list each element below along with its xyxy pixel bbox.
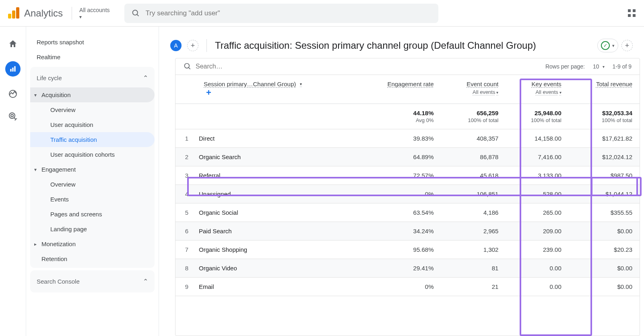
row-total-revenue: $355.55 [569, 203, 640, 222]
advertising-icon[interactable] [8, 111, 18, 122]
sidebar-item-traffic-acquisition[interactable]: Traffic acquisition [30, 132, 155, 147]
table-toolbar: Rows per page: 10 ▾ 1-9 of 9 [175, 58, 640, 75]
table-row[interactable]: 6Paid Search34.24%2,965209.00$0.00 [175, 222, 640, 241]
search-input[interactable] [146, 9, 431, 17]
table-row[interactable]: 9Email0%210.00$0.00 [175, 278, 640, 296]
add-comparison-button[interactable]: + [187, 40, 198, 51]
row-channel-name: Organic Video [192, 259, 356, 278]
row-event-count: 86,878 [441, 148, 506, 166]
row-engagement: 34.24% [356, 222, 441, 241]
apps-grid-icon[interactable] [628, 9, 636, 17]
row-event-count: 4,186 [441, 203, 506, 222]
row-key-events: 3,133.00 [506, 166, 568, 185]
analytics-logo-icon [8, 7, 20, 19]
row-index: 9 [175, 278, 192, 296]
customize-report-button[interactable]: + [621, 40, 633, 51]
sidebar-section-life-cycle[interactable]: Life cycle ⌃ [30, 68, 155, 87]
row-key-events: 0.00 [506, 259, 568, 278]
row-event-count: 21 [441, 278, 506, 296]
svg-rect-4 [14, 66, 15, 71]
account-switcher[interactable]: All accounts ▾ [72, 7, 109, 20]
sidebar-section-search-console[interactable]: Search Console ⌃ [30, 272, 155, 291]
table-search-input[interactable] [196, 63, 276, 70]
table-row[interactable]: 3Referral72.57%45,6183,133.00$987.50 [175, 166, 640, 185]
row-index: 2 [175, 148, 192, 166]
reports-icon[interactable] [5, 61, 21, 77]
page-range: 1-9 of 9 [613, 63, 632, 70]
row-event-count: 45,618 [441, 166, 506, 185]
row-index: 7 [175, 241, 192, 259]
row-index: 6 [175, 222, 192, 241]
row-engagement: 95.68% [356, 241, 441, 259]
row-total-revenue: $17,621.82 [569, 129, 640, 148]
app-header: Analytics All accounts ▾ [0, 0, 644, 27]
col-total-revenue[interactable]: Total revenue [569, 75, 640, 104]
row-total-revenue: $987.50 [569, 166, 640, 185]
sidebar-item-reports-snapshot[interactable]: Reports snapshot [30, 35, 155, 50]
global-search[interactable] [124, 4, 438, 23]
sidebar-item-user-acq-cohorts[interactable]: User acquisition cohorts [30, 147, 155, 162]
row-engagement: 64.89% [356, 148, 441, 166]
svg-rect-3 [12, 68, 13, 72]
row-key-events: 265.00 [506, 203, 568, 222]
row-engagement: 29.41% [356, 259, 441, 278]
table-pager: Rows per page: 10 ▾ 1-9 of 9 [545, 63, 632, 70]
table-row[interactable]: 5Organic Social63.54%4,186265.00$355.55 [175, 203, 640, 222]
row-channel-name: Paid Search [192, 222, 356, 241]
col-engagement-rate[interactable]: Engagement rate [356, 75, 441, 104]
chevron-down-icon: ▾ [496, 90, 498, 95]
table-row[interactable]: 2Organic Search64.89%86,8787,416.00$12,0… [175, 148, 640, 166]
table-row[interactable]: 7Organic Shopping95.68%1,302239.00$20.23 [175, 241, 640, 259]
svg-line-1 [137, 14, 138, 16]
table-row[interactable]: 1Direct39.83%408,35714,158.00$17,621.82 [175, 129, 640, 148]
table-row[interactable]: 8Organic Video29.41%810.00$0.00 [175, 259, 640, 278]
sidebar-item-acq-overview[interactable]: Overview [30, 102, 155, 117]
sidebar-item-eng-overview[interactable]: Overview [30, 177, 155, 192]
svg-rect-2 [10, 69, 11, 72]
chevron-down-icon: ▾ [603, 64, 605, 69]
sidebar-item-user-acquisition[interactable]: User acquisition [30, 117, 155, 132]
col-key-events[interactable]: Key events All events▾ [506, 75, 568, 104]
logo-area[interactable]: Analytics [8, 7, 63, 19]
row-event-count: 2,965 [441, 222, 506, 241]
explore-icon[interactable] [8, 89, 18, 99]
sidebar-section-label: Search Console [37, 278, 80, 285]
sidebar-item-landing-page[interactable]: Landing page [30, 222, 155, 236]
row-key-events: 0.00 [506, 278, 568, 296]
chevron-down-icon: ▾ [300, 82, 302, 86]
col-event-count[interactable]: Event count All events▾ [441, 75, 506, 104]
dimension-header[interactable]: Session primary…Channel Group) ▾ [204, 81, 349, 87]
report-status-button[interactable]: ✓ ▾ [597, 39, 618, 52]
row-engagement: 72.57% [356, 166, 441, 185]
row-channel-name: Organic Search [192, 148, 356, 166]
table-row[interactable]: 4Unassigned0%106,851528.00$1,044.12 [175, 185, 640, 203]
row-event-count: 106,851 [441, 185, 506, 203]
row-engagement: 63.54% [356, 203, 441, 222]
chevron-up-icon: ⌃ [143, 278, 148, 285]
row-total-revenue: $0.00 [569, 222, 640, 241]
sidebar-item-pages-screens[interactable]: Pages and screens [30, 207, 155, 222]
row-engagement: 0% [356, 278, 441, 296]
rows-per-page-select[interactable]: 10 ▾ [593, 63, 605, 70]
left-rail [0, 27, 26, 336]
row-index: 1 [175, 129, 192, 148]
sidebar-group-monetization[interactable]: Monetization [30, 236, 155, 251]
row-event-count: 81 [441, 259, 506, 278]
row-total-revenue: $0.00 [569, 259, 640, 278]
check-circle-icon: ✓ [601, 41, 610, 50]
search-icon [184, 62, 192, 71]
row-key-events: 209.00 [506, 222, 568, 241]
sidebar-item-events[interactable]: Events [30, 192, 155, 207]
sidebar-group-engagement[interactable]: Engagement [30, 162, 155, 177]
collection-badge[interactable]: A [170, 40, 182, 51]
add-dimension-button[interactable]: + [206, 87, 211, 97]
data-table: Session primary…Channel Group) ▾ + Engag… [175, 75, 640, 296]
account-label: All accounts [79, 7, 109, 13]
sidebar-group-acquisition[interactable]: Acquisition [30, 87, 155, 102]
row-channel-name: Email [192, 278, 356, 296]
sidebar-item-retention[interactable]: Retention [30, 251, 155, 266]
row-total-revenue: $20.23 [569, 241, 640, 259]
home-icon[interactable] [8, 39, 18, 49]
sidebar-item-realtime[interactable]: Realtime [30, 50, 155, 64]
row-key-events: 7,416.00 [506, 148, 568, 166]
